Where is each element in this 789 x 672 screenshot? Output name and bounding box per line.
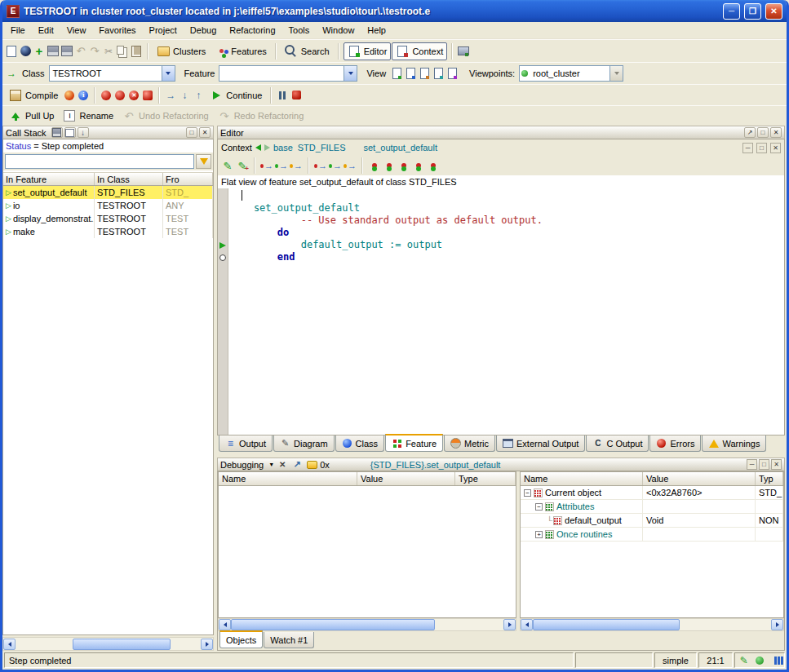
context-maximize-button[interactable]: □ xyxy=(756,143,767,153)
class-combo[interactable]: TESTROOT xyxy=(49,65,175,82)
flat-view-icon[interactable] xyxy=(418,67,431,80)
descendant-versions-icon[interactable] xyxy=(383,159,396,172)
object-tree-row[interactable]: +Once routines xyxy=(521,528,783,542)
menu-item-favorites[interactable]: Favorites xyxy=(92,24,142,37)
step-out-icon[interactable] xyxy=(192,89,205,102)
call-stack-row[interactable]: ▷ioTESTROOTANY xyxy=(3,199,213,212)
call-stack-filter-input[interactable] xyxy=(5,154,194,169)
search-button[interactable]: Search xyxy=(281,42,334,60)
menu-item-tools[interactable]: Tools xyxy=(282,24,317,37)
tab-class[interactable]: Class xyxy=(335,435,385,452)
go-to-definition-icon[interactable] xyxy=(260,159,273,172)
go-to-previous-feature-icon[interactable] xyxy=(290,159,303,172)
scroll-left-icon[interactable] xyxy=(521,619,533,630)
tab-diagram[interactable]: Diagram xyxy=(273,435,335,452)
column-in-class[interactable]: In Class xyxy=(95,173,163,185)
paste-icon[interactable] xyxy=(130,45,143,58)
debugging-minimize-button[interactable]: ─ xyxy=(747,459,757,470)
edit-in-new-window-icon[interactable] xyxy=(236,159,249,172)
callers-nav-icon[interactable] xyxy=(314,159,327,172)
tab-watch-1[interactable]: Watch #1 xyxy=(264,632,314,648)
save-all-icon[interactable] xyxy=(60,45,73,58)
scroll-right-icon[interactable] xyxy=(771,619,783,630)
go-to-next-feature-icon[interactable] xyxy=(275,159,288,172)
call-stack-row[interactable]: ▷display_demonstrat...TESTROOTTEST xyxy=(3,212,213,225)
step-into-icon[interactable] xyxy=(178,89,191,102)
save-icon[interactable] xyxy=(47,45,60,58)
history-forward-icon[interactable] xyxy=(264,144,270,151)
tab-objects[interactable]: Objects xyxy=(219,630,263,648)
callers-icon[interactable] xyxy=(397,159,410,172)
code-area[interactable]: set_output_default -- Use standard outpu… xyxy=(217,188,785,435)
clusters-button[interactable]: Clusters xyxy=(153,42,210,60)
tree-expander-icon[interactable]: − xyxy=(524,489,531,497)
pause-icon[interactable] xyxy=(276,89,289,102)
context-toggle-button[interactable]: Context xyxy=(392,42,447,60)
tab-metric[interactable]: Metric xyxy=(444,435,495,452)
tab-feature[interactable]: Feature xyxy=(385,434,443,452)
detach-icon[interactable] xyxy=(290,458,304,471)
tab-warnings[interactable]: Warnings xyxy=(702,435,766,452)
ancestor-versions-icon[interactable] xyxy=(368,159,381,172)
step-over-icon[interactable] xyxy=(164,89,177,102)
context-minimize-button[interactable]: ─ xyxy=(742,143,753,153)
edit-feature-icon[interactable] xyxy=(221,159,234,172)
breadcrumb-base[interactable]: base xyxy=(273,143,293,153)
new-item-icon[interactable] xyxy=(33,45,46,58)
stop-icon[interactable] xyxy=(290,89,303,102)
code-line[interactable]: -- Use standard output as default output… xyxy=(228,214,784,227)
features-button[interactable]: Features xyxy=(211,42,270,60)
code-line[interactable]: do xyxy=(228,227,784,239)
edit-mode-icon[interactable] xyxy=(738,654,751,667)
cut-icon[interactable] xyxy=(102,45,115,58)
basic-text-view-icon[interactable] xyxy=(390,67,403,80)
external-tool-icon[interactable] xyxy=(457,45,470,58)
call-stack-row[interactable]: ▷set_output_defaultSTD_FILESSTD_ xyxy=(3,186,213,199)
code-line[interactable]: set_output_default xyxy=(228,202,784,214)
call-stack-maximize-button[interactable]: □ xyxy=(186,127,197,138)
code-line[interactable]: default_output := output xyxy=(228,239,784,251)
stack-depth-button[interactable] xyxy=(78,127,89,138)
object-tree-row[interactable]: −Current object<0x32A8760>STD_ xyxy=(521,486,783,500)
breakpoints-tool-icon[interactable] xyxy=(141,89,154,102)
tab-errors[interactable]: Errors xyxy=(649,435,701,452)
watch-column-type[interactable]: Type xyxy=(455,472,516,485)
objects-column-value[interactable]: Value xyxy=(643,472,756,485)
tree-expander-icon[interactable]: + xyxy=(535,531,543,538)
menu-item-project[interactable]: Project xyxy=(143,24,184,37)
menu-item-edit[interactable]: Edit xyxy=(32,24,60,37)
code-line[interactable]: end xyxy=(228,251,784,263)
editor-maximize-button[interactable]: □ xyxy=(757,127,769,138)
menu-item-help[interactable]: Help xyxy=(361,24,392,37)
rename-button[interactable]: Rename xyxy=(59,107,117,125)
memory-icon[interactable] xyxy=(769,654,782,667)
watch-column-name[interactable]: Name xyxy=(219,472,357,485)
class-combo-arrow-icon[interactable] xyxy=(162,66,175,81)
debugging-maximize-button[interactable]: □ xyxy=(759,459,769,470)
menu-item-view[interactable]: View xyxy=(60,24,93,37)
objects-hscrollbar[interactable] xyxy=(520,618,784,631)
context-close-button[interactable]: ✕ xyxy=(770,143,781,153)
scroll-right-icon[interactable] xyxy=(201,639,213,650)
tab-output[interactable]: Output xyxy=(219,435,273,452)
column-from[interactable]: Fro xyxy=(163,173,213,185)
watch-column-value[interactable]: Value xyxy=(357,472,455,485)
undo-icon[interactable] xyxy=(74,45,87,58)
compile-button[interactable]: Compile xyxy=(5,86,62,104)
breakpoint-slot-icon[interactable] xyxy=(217,251,228,263)
scrollbar-thumb[interactable] xyxy=(231,619,435,630)
menu-item-refactoring[interactable]: Refactoring xyxy=(223,24,281,37)
copy-call-stack-button[interactable] xyxy=(64,127,76,138)
callees-nav-icon[interactable] xyxy=(329,159,342,172)
debugging-close-button[interactable]: ✕ xyxy=(771,459,782,470)
call-stack-close-button[interactable]: ✕ xyxy=(199,127,211,138)
object-tree-row[interactable]: −Attributes xyxy=(521,500,783,514)
debugging-dropdown-icon[interactable]: ▼ xyxy=(268,462,274,467)
compile-state-icon[interactable] xyxy=(753,654,766,667)
object-tree-row[interactable]: └default_outputVoidNON xyxy=(521,514,783,528)
objects-column-typ[interactable]: Typ xyxy=(756,472,783,485)
pull-up-button[interactable]: Pull Up xyxy=(5,107,58,125)
info-icon[interactable] xyxy=(77,89,90,102)
menu-item-debug[interactable]: Debug xyxy=(184,24,223,37)
tab-external-output[interactable]: External Output xyxy=(496,435,585,452)
